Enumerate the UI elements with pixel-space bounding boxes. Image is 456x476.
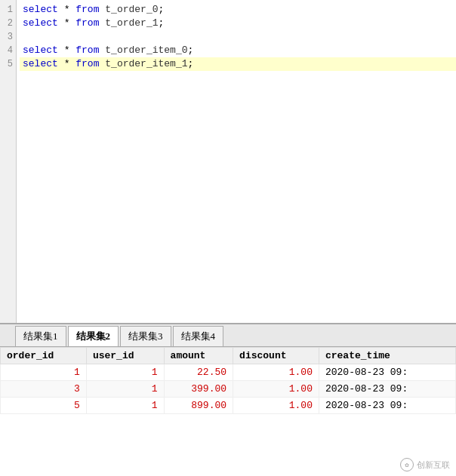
line-numbers: 1 2 3 4 5 bbox=[0, 0, 17, 323]
line-num-5: 5 bbox=[0, 57, 16, 71]
cell-create-time: 2020-08-23 09: bbox=[319, 381, 455, 398]
col-amount: amount bbox=[164, 348, 233, 364]
code-line-4: select * from t_order_item_0; bbox=[20, 44, 456, 57]
col-order-id: order_id bbox=[1, 348, 87, 364]
editor-area[interactable]: 1 2 3 4 5 select * from t_order_0; selec… bbox=[0, 0, 456, 324]
code-line-2: select * from t_order_1; bbox=[20, 17, 456, 30]
cell-amount: 22.50 bbox=[164, 364, 233, 381]
watermark-text: 创新互联 bbox=[417, 459, 450, 471]
code-content[interactable]: select * from t_order_0; select * from t… bbox=[20, 0, 456, 71]
line-num-4: 4 bbox=[0, 44, 16, 57]
line-num-2: 2 bbox=[0, 17, 16, 30]
cell-user-id: 1 bbox=[86, 364, 164, 381]
col-discount: discount bbox=[233, 348, 319, 364]
watermark: ✿ 创新互联 bbox=[400, 458, 450, 471]
cell-create-time: 2020-08-23 09: bbox=[319, 364, 455, 381]
col-user-id: user_id bbox=[86, 348, 164, 364]
result-tabs-bar: 结果集1 结果集2 结果集3 结果集4 bbox=[0, 324, 456, 347]
cell-user-id: 1 bbox=[86, 381, 164, 398]
result-table-area: order_id user_id amount discount create_… bbox=[0, 347, 456, 476]
cell-discount: 1.00 bbox=[233, 398, 319, 414]
cell-order-id: 5 bbox=[1, 398, 87, 414]
cell-amount: 899.00 bbox=[164, 398, 233, 414]
table-row: 1 1 22.50 1.00 2020-08-23 09: bbox=[1, 364, 456, 381]
cell-discount: 1.00 bbox=[233, 364, 319, 381]
tab-result-3[interactable]: 结果集3 bbox=[120, 326, 171, 346]
tab-result-1[interactable]: 结果集1 bbox=[15, 326, 66, 346]
line-num-3: 3 bbox=[0, 30, 16, 44]
table-row: 3 1 399.00 1.00 2020-08-23 09: bbox=[1, 381, 456, 398]
result-section: ◀ 结果集1 结果集2 结果集3 结果集4 order_id user_id a… bbox=[0, 324, 456, 476]
table-row: 5 1 899.00 1.00 2020-08-23 09: bbox=[1, 398, 456, 414]
code-line-1: select * from t_order_0; bbox=[20, 3, 456, 17]
result-table: order_id user_id amount discount create_… bbox=[0, 347, 456, 414]
cell-discount: 1.00 bbox=[233, 381, 319, 398]
cell-order-id: 1 bbox=[1, 364, 87, 381]
cell-create-time: 2020-08-23 09: bbox=[319, 398, 455, 414]
line-num-1: 1 bbox=[0, 3, 16, 17]
cell-order-id: 3 bbox=[1, 381, 87, 398]
watermark-icon: ✿ bbox=[400, 458, 414, 471]
cell-amount: 399.00 bbox=[164, 381, 233, 398]
table-header-row: order_id user_id amount discount create_… bbox=[1, 348, 456, 364]
col-create-time: create_time bbox=[319, 348, 455, 364]
cell-user-id: 1 bbox=[86, 398, 164, 414]
tab-result-4[interactable]: 结果集4 bbox=[173, 326, 224, 346]
tab-result-2[interactable]: 结果集2 bbox=[68, 326, 119, 346]
code-line-5: select * from t_order_item_1; bbox=[20, 57, 456, 71]
code-line-3 bbox=[20, 30, 456, 44]
